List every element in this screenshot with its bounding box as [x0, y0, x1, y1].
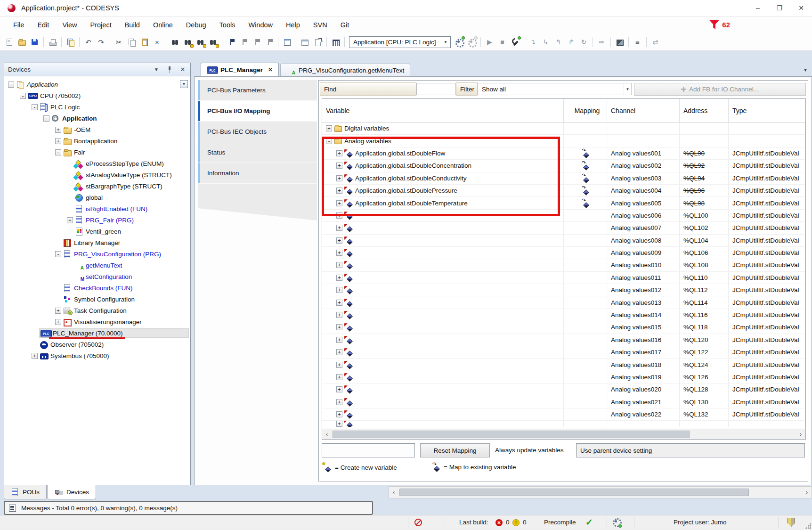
column-header-mapping[interactable]: Mapping — [564, 99, 607, 122]
menu-help[interactable]: Help — [279, 18, 307, 32]
scroll-right-icon[interactable]: › — [802, 489, 812, 496]
step-out-button[interactable]: ↰ — [552, 36, 564, 48]
start-button[interactable]: ▶ — [484, 36, 495, 48]
table-row[interactable]: +◤Analog values016%QL120JCmpUtilItf.stDo… — [322, 334, 805, 346]
editor-horizontal-scrollbar[interactable]: ‹ › — [389, 486, 812, 498]
scroll-right-icon[interactable]: › — [796, 431, 805, 438]
single-cycle-button[interactable]: ↻ — [578, 36, 590, 48]
table-row[interactable]: +◤Analog values017%QL122JCmpUtilItf.stDo… — [322, 346, 805, 359]
row-expander[interactable]: + — [336, 399, 342, 405]
find-replace-button[interactable] — [182, 36, 194, 48]
table-row[interactable]: +◤Analog values012%QL112JCmpUtilItf.stDo… — [322, 284, 805, 296]
row-expander[interactable]: + — [336, 386, 342, 392]
nav-tab-pci-bus-i-o-mapping[interactable]: PCI-Bus I/O Mapping — [198, 101, 317, 122]
run-to-cursor-button[interactable]: ↱ — [565, 36, 577, 48]
row-expander[interactable]: + — [336, 421, 342, 427]
scroll-thumb[interactable] — [333, 431, 690, 438]
pin-icon[interactable] — [166, 66, 173, 73]
tree-expander[interactable]: + — [55, 127, 61, 133]
tree-item-setconfiguration[interactable]: setConfiguration — [4, 271, 190, 282]
step-over-button[interactable]: ↴ — [527, 36, 539, 48]
tree-item-fair[interactable]: -Fair — [4, 147, 190, 158]
editor-tab-prg-visuconfiguration-getmenutext[interactable]: PRG_VisuConfiguration.getMenuText — [280, 64, 410, 76]
properties-button[interactable] — [281, 36, 293, 48]
step-into-button[interactable]: ↳ — [540, 36, 552, 48]
nav-tab-status[interactable]: Status — [198, 142, 317, 163]
bottom-tab-pous[interactable]: POUs — [4, 485, 47, 499]
redo-button[interactable]: ↷ — [95, 36, 107, 48]
flow-control-button[interactable] — [614, 36, 625, 48]
login-button[interactable] — [509, 36, 521, 48]
group-expander[interactable]: - — [326, 138, 332, 144]
tree-expander[interactable]: + — [32, 353, 38, 359]
cut-button[interactable]: ✂ — [113, 36, 125, 48]
row-expander[interactable]: + — [336, 324, 342, 330]
find-input[interactable] — [416, 83, 456, 95]
footer-input[interactable] — [322, 443, 415, 457]
row-expander[interactable]: + — [336, 300, 342, 306]
add-fb-button[interactable]: Add FB for IO Channel... — [634, 83, 806, 96]
scroll-left-icon[interactable]: ‹ — [322, 431, 332, 438]
messages-bar[interactable]: Messages - Total 0 error(s), 0 warning(s… — [4, 501, 373, 515]
tree-expander[interactable]: - — [55, 251, 61, 257]
table-row[interactable]: +◤Analog values020%QL128JCmpUtilItf.stDo… — [322, 383, 805, 396]
close-button[interactable]: ✕ — [790, 0, 812, 16]
insert-grid-button[interactable] — [299, 36, 311, 48]
tree-item-application[interactable]: -Application — [4, 113, 190, 124]
table-row[interactable]: +◤Analog values015%QL118JCmpUtilItf.stDo… — [322, 321, 805, 334]
row-expander[interactable]: + — [336, 262, 342, 268]
tree-item-visualisierungsmanager[interactable]: +Visualisierungsmanager — [4, 316, 190, 327]
tree-item-prg-fair-prg-[interactable]: +PRG_Fair (PRG) — [4, 214, 190, 226]
tree-expander[interactable]: - — [55, 149, 61, 155]
menu-edit[interactable]: Edit — [31, 18, 56, 32]
tree-expander[interactable]: - — [8, 82, 14, 88]
tree-item-ventil-green[interactable]: Ventil_green — [4, 226, 190, 237]
menu-build[interactable]: Build — [118, 18, 146, 32]
scroll-left-icon[interactable]: ‹ — [389, 489, 398, 496]
menu-debug[interactable]: Debug — [179, 18, 213, 32]
tree-expander[interactable]: - — [43, 115, 49, 122]
active-application-combo[interactable]: Application [CPU: PLC Logic]▼ — [349, 36, 451, 48]
tree-expander[interactable]: - — [32, 104, 38, 110]
table-group-row[interactable]: +Digital variables — [322, 122, 805, 135]
table-row[interactable]: +◤Application.global.stDoubleTemperature… — [322, 197, 805, 209]
row-expander[interactable]: + — [336, 362, 342, 368]
tree-item-eprocesssteptype-enum-[interactable]: eProcessStepType (ENUM) — [4, 158, 190, 169]
generate-runtime-button[interactable] — [466, 36, 478, 48]
row-expander[interactable]: + — [336, 237, 342, 244]
menu-git[interactable]: Git — [334, 18, 356, 32]
table-row[interactable]: +◤Application.global.stDoubleFlowAnalog … — [322, 147, 805, 160]
table-row[interactable]: +◤Analog values019%QL126JCmpUtilItf.stDo… — [322, 371, 805, 383]
application-combo-icon[interactable]: ▼ — [180, 80, 188, 88]
table-row[interactable]: +◤Application.global.stDoubleConductivit… — [322, 172, 805, 185]
tree-item-symbol-configuration[interactable]: Symbol Configuration — [4, 294, 190, 305]
tree-item-stanalogvaluetype-struct-[interactable]: stAnalogValueType (STRUCT) — [4, 169, 190, 180]
row-expander[interactable]: + — [336, 188, 342, 194]
table-row[interactable]: +◤Analog values010%QL108JCmpUtilItf.stDo… — [322, 259, 805, 271]
previous-bookmark-button[interactable] — [238, 36, 250, 48]
tree-item-systembus-705000-[interactable]: +Systembus (705000) — [4, 350, 190, 361]
table-row[interactable]: +◤Analog values013%QL114JCmpUtilItf.stDo… — [322, 296, 805, 309]
tab-list-dropdown-icon[interactable]: ▼ — [802, 66, 809, 74]
row-expander[interactable]: + — [336, 212, 342, 219]
update-mode-combo[interactable]: Use parent device setting — [576, 443, 805, 457]
row-expander[interactable]: + — [336, 225, 342, 231]
tree-item-application[interactable]: -Application▼ — [4, 79, 190, 90]
tree-item-plc-manager-70-0000-[interactable]: PLC_Manager (70.0000) — [4, 327, 190, 339]
editor-tab-plc-manager[interactable]: PLC_Manager✕ — [201, 63, 279, 76]
nav-tab-pci-bus-iec-objects[interactable]: PCI-Bus IEC Objects — [198, 122, 317, 142]
filter-combo[interactable]: Show all ▼ — [478, 83, 632, 95]
find-in-project-button[interactable] — [195, 36, 206, 48]
table-row[interactable]: +◤Analog values011%QL110JCmpUtilItf.stDo… — [322, 272, 805, 284]
table-row[interactable]: +◤ — [322, 421, 805, 427]
menu-window[interactable]: Window — [242, 18, 279, 32]
table-row[interactable]: +◤Application.global.stDoubleConcentrati… — [322, 160, 805, 172]
table-row[interactable]: +◤Analog values008%QL104JCmpUtilItf.stDo… — [322, 235, 805, 247]
tree-item-global[interactable]: global — [4, 192, 190, 203]
tree-expander[interactable]: + — [67, 217, 73, 223]
tree-expander[interactable]: + — [55, 308, 61, 314]
row-expander[interactable]: + — [336, 250, 342, 256]
chevron-down-icon[interactable]: ▼ — [624, 83, 631, 95]
panel-menu-icon[interactable]: ▼ — [153, 66, 160, 73]
menu-file[interactable]: File — [7, 18, 31, 32]
